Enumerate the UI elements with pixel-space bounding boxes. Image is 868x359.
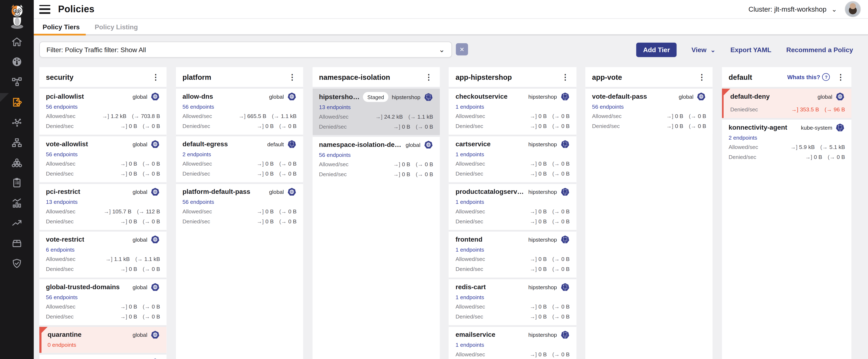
add-tier-button[interactable]: Add Tier [637,43,677,57]
egress-value: (→0 B [143,303,160,310]
clear-filter-button[interactable]: ✕ [456,43,468,55]
endpoints-link[interactable]: 2 endpoints [728,135,757,141]
policy-card[interactable]: global-trusted-domainsglobal56 endpoints… [39,278,166,325]
policy-card[interactable]: platform-default-passglobal56 endpointsA… [176,182,303,230]
chevron-down-icon: ⌄ [439,46,445,54]
egress-arrow-icon: (→ [279,160,287,167]
sidebar-item-flow-visualizations[interactable] [0,112,34,132]
sidebar-item-dashboard[interactable] [0,52,34,72]
policy-card[interactable]: frontendhipstershopns1 endpointsAllowed/… [449,230,576,278]
endpoints-link[interactable]: 1 endpoints [456,151,484,157]
policy-card[interactable]: productcatalogservicehipstershopns1 endp… [449,182,576,230]
tier-menu-icon[interactable]: ⋮ [559,73,571,81]
egress-arrow-icon: (→ [552,112,560,120]
sidebar-item-service-graph[interactable] [0,72,34,92]
policy-card[interactable]: quarantineglobal0 endpoints [39,325,166,353]
policy-card[interactable]: checkoutservicehipstershopns1 endpointsA… [449,87,576,135]
sidebar-item-home[interactable] [0,32,34,52]
policy-card[interactable]: pci-restrictglobal13 endpointsAllowed/se… [39,182,166,230]
metric-label: Allowed/sec [456,351,485,358]
endpoints-link[interactable]: 56 endpoints [319,152,351,158]
policy-card[interactable]: vote-restrictglobal6 endpointsAllowed/se… [39,230,166,278]
tier-menu-icon[interactable]: ⋮ [423,73,435,81]
policy-card[interactable]: vote-default-passglobal56 endpointsAllow… [585,87,713,135]
sidebar-item-timeline[interactable] [0,193,34,213]
metric-label: Allowed/sec [182,112,212,120]
endpoints-link[interactable]: 0 endpoints [48,342,76,348]
sidebar-item-threat-defense[interactable] [0,253,34,273]
sidebar-item-compliance[interactable] [0,173,34,193]
endpoints-link[interactable]: 1 endpoints [456,247,484,253]
ingress-arrow-icon: →] [103,208,111,215]
endpoints-link[interactable]: 1 endpoints [456,294,484,300]
hamburger-menu-icon[interactable] [39,5,50,14]
endpoints-link[interactable]: 56 endpoints [46,151,78,157]
endpoints-link[interactable]: 1 endpoints [456,342,484,348]
tier-menu-icon[interactable]: ⋮ [286,73,298,81]
endpoints-link[interactable]: 56 endpoints [46,294,78,300]
policy-card[interactable]: pci-allowlistglobal56 endpointsAllowed/s… [39,87,166,135]
endpoints-link[interactable]: 56 endpoints [182,104,214,110]
metric-label: Allowed/sec [46,112,75,120]
tab-policy-tiers[interactable]: Policy Tiers [42,23,80,31]
ingress-arrow-icon: →] [257,208,264,215]
endpoints-link[interactable]: 1 endpoints [456,104,484,110]
sidebar-item-image-assurance[interactable] [0,233,34,253]
sidebar-item-endpoints[interactable] [0,153,34,173]
policy-card[interactable]: default-denyglobalDenied/sec→]353.5 B(→9… [722,87,851,118]
policy-card[interactable]: security-default-passglobal [39,353,166,359]
tier-menu-icon[interactable]: ⋮ [695,73,708,81]
endpoints-link[interactable]: 1 endpoints [456,199,484,205]
ingress-arrow-icon: →] [120,218,127,225]
ingress-bytes: 0 B [265,122,274,130]
export-yaml-button[interactable]: Export YAML [731,46,771,54]
metric-values: →]353.5 B(→96 B [791,106,845,113]
policy-card[interactable]: allow-dnsglobal56 endpointsAllowed/sec→]… [176,87,303,135]
metric-label: Allowed/sec [456,303,485,310]
metric-row: Denied/sec→]0 B(→0 B [46,122,160,130]
egress-bytes: 0 B [152,313,160,320]
policy-card[interactable]: vote-allowlistglobal56 endpointsAllowed/… [39,135,166,182]
endpoints-icon [11,157,23,168]
policy-card[interactable]: emailservicehipstershopns1 endpointsAllo… [449,325,576,359]
policy-card[interactable]: default-egressdefaultns2 endpointsAllowe… [176,135,303,182]
tab-policy-listing[interactable]: Policy Listing [95,23,138,31]
egress-value: (→0 B [279,122,297,130]
endpoints-link[interactable]: 56 endpoints [182,199,214,205]
ingress-value: →]1.2 kB [102,112,127,120]
egress-bytes: 0 B [561,218,570,225]
scope-label: hipstershop [528,236,557,244]
endpoints-link[interactable]: 13 endpoints [319,104,351,110]
policy-name: quarantine [48,331,82,339]
policy-card[interactable]: redis-carthipstershopns1 endpointsAllowe… [449,278,576,325]
chevron-down-icon: ⌄ [832,5,837,13]
ingress-value: →]0 B [257,160,274,167]
ingress-value: →]0 B [530,351,547,358]
policy-card[interactable]: konnectivity-agentkube-systemns2 endpoin… [722,118,851,166]
policy-card[interactable]: namespace-isolation-default-p…global56 e… [312,135,440,183]
tier-menu-icon[interactable]: ⋮ [150,73,162,81]
endpoints-link[interactable]: 6 endpoints [46,247,74,253]
recommend-policy-button[interactable]: Recommend a Policy [786,46,853,54]
endpoints-link[interactable]: 56 endpoints [46,104,78,110]
policy-name: frontend [456,236,483,244]
whats-this-link[interactable]: Whats this?? [787,73,830,81]
egress-arrow-icon: (→ [416,123,423,130]
sidebar-item-nodes[interactable] [0,132,34,153]
endpoints-link[interactable]: 13 endpoints [46,199,78,205]
egress-arrow-icon: (→ [143,160,150,167]
endpoints-link[interactable]: 56 endpoints [592,104,624,110]
egress-bytes: 0 B [288,208,297,215]
policy-card[interactable]: hipstershop-gh…Stagedhipstershopns13 end… [312,87,440,135]
policy-card[interactable]: cartservicehipstershopns1 endpointsAllow… [449,135,576,182]
endpoints-link[interactable]: 2 endpoints [182,151,211,157]
egress-arrow-icon: (→ [689,112,696,120]
egress-bytes: 0 B [561,160,570,167]
avatar[interactable] [845,1,861,17]
egress-arrow-icon: (→ [143,303,150,310]
view-button[interactable]: View ⌄ [691,46,715,54]
cluster-selector[interactable]: Cluster: jlt-msft-workshop ⌄ [748,5,837,13]
policy-traffic-filter-select[interactable]: Filter: Policy Traffic filter: Show All … [39,42,452,58]
tier-menu-icon[interactable]: ⋮ [835,73,847,81]
sidebar-item-trends[interactable] [0,213,34,233]
